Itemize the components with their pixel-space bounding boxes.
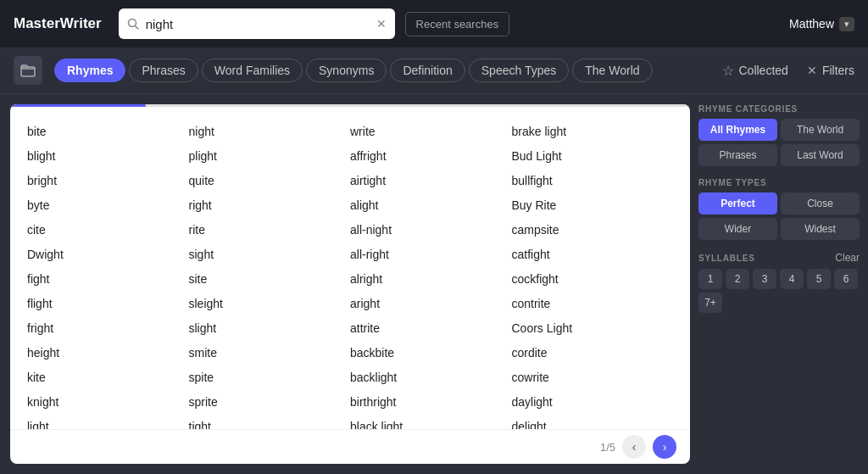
word-item[interactable]: flight xyxy=(27,293,189,315)
word-item[interactable]: alight xyxy=(350,194,512,217)
word-list-footer: 1/5 ‹ › xyxy=(10,429,690,464)
word-item[interactable]: smite xyxy=(189,342,351,365)
word-item[interactable]: daylight xyxy=(512,391,674,414)
word-item[interactable]: Buy Rite xyxy=(512,194,674,217)
word-item[interactable]: contrite xyxy=(512,293,674,315)
type-btn-wider[interactable]: Wider xyxy=(698,218,777,240)
word-col-0: biteblightbrightbyteciteDwightfightfligh… xyxy=(27,120,189,429)
syllable-btn-1[interactable]: 1 xyxy=(698,269,722,289)
word-item[interactable]: bite xyxy=(27,120,189,143)
tab-rhymes[interactable]: Rhymes xyxy=(54,59,125,82)
syllable-btn-6[interactable]: 6 xyxy=(834,269,858,289)
progress-bar-fill xyxy=(10,104,146,107)
word-item[interactable]: night xyxy=(189,120,351,143)
word-item[interactable]: byte xyxy=(27,194,189,217)
word-item[interactable]: cowrite xyxy=(512,366,674,389)
word-item[interactable]: airtight xyxy=(350,170,512,192)
user-menu[interactable]: Matthew ▾ xyxy=(789,17,854,31)
word-item[interactable]: height xyxy=(27,342,189,365)
word-item[interactable]: Dwight xyxy=(27,243,189,266)
clear-syllables-button[interactable]: Clear xyxy=(835,252,860,264)
word-item[interactable]: plight xyxy=(189,145,351,168)
filters-button[interactable]: ✕ Filters xyxy=(807,64,854,77)
recent-searches-button[interactable]: Recent searches xyxy=(405,12,510,36)
word-item[interactable]: light xyxy=(27,415,189,429)
word-col-3: brake lightBud LightbullfightBuy Ritecam… xyxy=(512,120,674,429)
syllable-btn-4[interactable]: 4 xyxy=(780,269,804,289)
word-item[interactable]: alright xyxy=(350,268,512,291)
word-item[interactable]: quite xyxy=(189,170,351,192)
word-item[interactable]: fright xyxy=(27,317,189,340)
word-item[interactable]: blight xyxy=(27,145,189,168)
tab-the-world[interactable]: The World xyxy=(572,59,652,82)
syllable-btn-3[interactable]: 3 xyxy=(753,269,776,289)
word-item[interactable]: backbite xyxy=(350,342,512,365)
word-item[interactable]: fight xyxy=(27,268,189,291)
tab-synonyms[interactable]: Synonyms xyxy=(306,59,387,82)
logo: MasterWriter xyxy=(14,15,102,32)
word-item[interactable]: cockfight xyxy=(512,268,674,291)
category-btn-phrases[interactable]: Phrases xyxy=(698,144,777,166)
type-btn-widest[interactable]: Widest xyxy=(781,218,860,240)
word-col-1: nightplightquiterightritesightsitesleigh… xyxy=(189,120,351,429)
word-item[interactable]: cite xyxy=(27,219,189,242)
word-item[interactable]: all-right xyxy=(350,243,512,266)
page-indicator: 1/5 xyxy=(600,441,615,454)
word-item[interactable]: knight xyxy=(27,391,189,414)
word-item[interactable]: rite xyxy=(189,219,351,242)
word-item[interactable]: bullfight xyxy=(512,170,674,192)
word-item[interactable]: affright xyxy=(350,145,512,168)
word-item[interactable]: black light xyxy=(350,415,512,429)
search-clear-icon[interactable]: ✕ xyxy=(376,17,387,31)
word-item[interactable]: sight xyxy=(189,243,351,266)
word-list-scroll[interactable]: biteblightbrightbyteciteDwightfightfligh… xyxy=(10,107,690,429)
word-item[interactable]: backlight xyxy=(350,366,512,389)
type-btn-close[interactable]: Close xyxy=(781,192,860,215)
category-btn-the-world[interactable]: The World xyxy=(781,119,860,141)
word-item[interactable]: spite xyxy=(189,366,351,389)
word-item[interactable]: right xyxy=(189,194,351,217)
word-item[interactable]: write xyxy=(350,120,512,143)
tab-definition[interactable]: Definition xyxy=(390,59,465,82)
syllables-section: SYLLABLES Clear 1234567+ xyxy=(698,252,860,313)
word-item[interactable]: brake light xyxy=(512,120,674,143)
prev-page-button[interactable]: ‹ xyxy=(622,435,646,459)
nav-tabs: RhymesPhrasesWord FamiliesSynonymsDefini… xyxy=(54,59,653,82)
next-page-button[interactable]: › xyxy=(653,435,676,459)
word-item[interactable]: slight xyxy=(189,317,351,340)
tab-speech-types[interactable]: Speech Types xyxy=(469,59,569,82)
type-btn-perfect[interactable]: Perfect xyxy=(698,192,777,215)
header: MasterWriter ✕ Recent searches Matthew ▾ xyxy=(0,0,868,47)
word-item[interactable]: catfight xyxy=(512,243,674,266)
collected-button[interactable]: ☆ Collected xyxy=(722,63,788,79)
syllable-btn-7+[interactable]: 7+ xyxy=(698,293,722,313)
svg-line-1 xyxy=(135,26,138,30)
collected-label: Collected xyxy=(739,64,788,77)
word-item[interactable]: delight xyxy=(512,415,674,429)
search-input[interactable] xyxy=(146,17,370,31)
word-item[interactable]: birthright xyxy=(350,391,512,414)
user-chevron-icon: ▾ xyxy=(839,17,854,31)
word-item[interactable]: sleight xyxy=(189,293,351,315)
word-item[interactable]: tight xyxy=(189,415,351,429)
category-btn-last-word[interactable]: Last Word xyxy=(781,144,860,166)
filters-label: Filters xyxy=(822,64,854,77)
word-item[interactable]: Bud Light xyxy=(512,145,674,168)
rhyme-categories-section: RHYME CATEGORIES All RhymesThe WorldPhra… xyxy=(698,104,860,166)
word-item[interactable]: campsite xyxy=(512,219,674,242)
word-item[interactable]: site xyxy=(189,268,351,291)
word-item[interactable]: Coors Light xyxy=(512,317,674,340)
word-item[interactable]: aright xyxy=(350,293,512,315)
word-item[interactable]: kite xyxy=(27,366,189,389)
syllable-btn-5[interactable]: 5 xyxy=(807,269,831,289)
word-item[interactable]: bright xyxy=(27,170,189,192)
syllable-btn-2[interactable]: 2 xyxy=(726,269,749,289)
word-item[interactable]: all-night xyxy=(350,219,512,242)
word-item[interactable]: cordite xyxy=(512,342,674,365)
word-item[interactable]: sprite xyxy=(189,391,351,414)
folder-icon-button[interactable] xyxy=(14,56,42,85)
category-btn-all-rhymes[interactable]: All Rhymes xyxy=(698,119,777,141)
tab-phrases[interactable]: Phrases xyxy=(129,59,198,82)
word-item[interactable]: attrite xyxy=(350,317,512,340)
tab-word-families[interactable]: Word Families xyxy=(202,59,303,82)
